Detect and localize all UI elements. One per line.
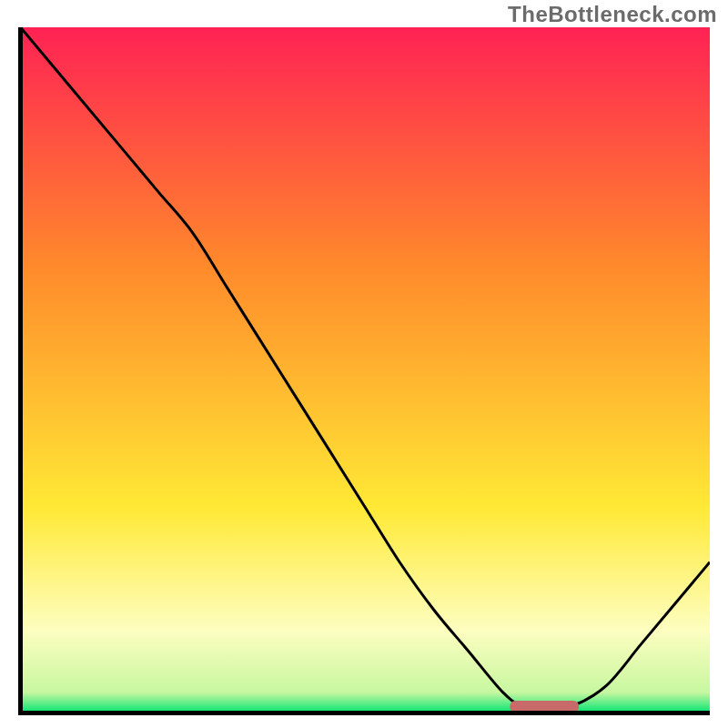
plot-axes	[18, 27, 710, 715]
attribution-label: TheBottleneck.com	[508, 2, 717, 27]
chart-frame: TheBottleneck.com	[0, 0, 728, 728]
plot-svg	[18, 27, 710, 715]
gradient-background	[21, 27, 711, 713]
